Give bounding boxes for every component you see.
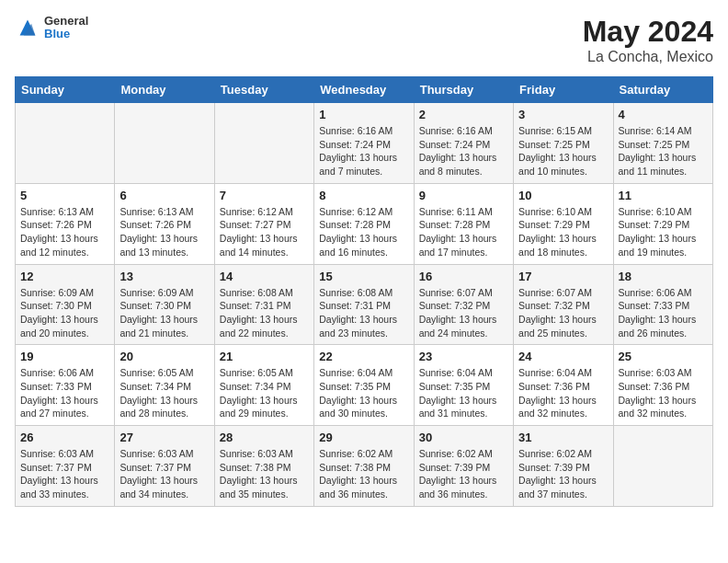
day-info: Sunrise: 6:09 AMSunset: 7:30 PMDaylight:… <box>20 286 109 340</box>
calendar-cell: 16Sunrise: 6:07 AMSunset: 7:32 PMDayligh… <box>414 264 513 345</box>
day-number: 19 <box>20 350 109 363</box>
calendar-cell: 15Sunrise: 6:08 AMSunset: 7:31 PMDayligh… <box>314 264 414 345</box>
calendar-cell: 27Sunrise: 6:03 AMSunset: 7:37 PMDayligh… <box>115 426 214 507</box>
day-info: Sunrise: 6:10 AMSunset: 7:29 PMDaylight:… <box>619 205 708 259</box>
day-number: 22 <box>319 350 408 363</box>
day-number: 25 <box>619 350 708 363</box>
calendar-cell: 23Sunrise: 6:04 AMSunset: 7:35 PMDayligh… <box>414 345 513 426</box>
calendar-cell: 13Sunrise: 6:09 AMSunset: 7:30 PMDayligh… <box>115 264 214 345</box>
calendar-cell: 18Sunrise: 6:06 AMSunset: 7:33 PMDayligh… <box>613 264 712 345</box>
weekday-header: Saturday <box>613 77 712 103</box>
calendar-cell: 22Sunrise: 6:04 AMSunset: 7:35 PMDayligh… <box>314 345 414 426</box>
calendar-cell: 26Sunrise: 6:03 AMSunset: 7:37 PMDayligh… <box>16 426 115 507</box>
day-number: 24 <box>518 350 608 363</box>
day-info: Sunrise: 6:05 AMSunset: 7:34 PMDaylight:… <box>220 366 309 420</box>
day-number: 26 <box>20 431 109 444</box>
day-number: 6 <box>119 189 209 202</box>
day-info: Sunrise: 6:02 AMSunset: 7:39 PMDaylight:… <box>419 447 508 501</box>
day-number: 31 <box>518 431 608 444</box>
calendar-cell: 14Sunrise: 6:08 AMSunset: 7:31 PMDayligh… <box>214 264 313 345</box>
calendar-cell: 10Sunrise: 6:10 AMSunset: 7:29 PMDayligh… <box>514 183 613 264</box>
calendar-cell <box>613 426 712 507</box>
calendar-cell: 11Sunrise: 6:10 AMSunset: 7:29 PMDayligh… <box>613 183 712 264</box>
day-number: 11 <box>619 189 708 202</box>
day-info: Sunrise: 6:16 AMSunset: 7:24 PMDaylight:… <box>419 124 508 178</box>
day-info: Sunrise: 6:06 AMSunset: 7:33 PMDaylight:… <box>20 366 109 420</box>
day-number: 3 <box>518 108 608 121</box>
day-number: 27 <box>119 431 209 444</box>
day-info: Sunrise: 6:04 AMSunset: 7:35 PMDaylight:… <box>319 366 408 420</box>
weekday-header: Friday <box>514 77 613 103</box>
title-block: May 2024 La Concha, Mexico <box>583 15 713 65</box>
calendar-cell: 19Sunrise: 6:06 AMSunset: 7:33 PMDayligh… <box>16 345 115 426</box>
day-info: Sunrise: 6:03 AMSunset: 7:36 PMDaylight:… <box>619 366 708 420</box>
day-info: Sunrise: 6:08 AMSunset: 7:31 PMDaylight:… <box>319 286 408 340</box>
day-info: Sunrise: 6:07 AMSunset: 7:32 PMDaylight:… <box>518 286 608 340</box>
day-info: Sunrise: 6:03 AMSunset: 7:37 PMDaylight:… <box>119 447 209 501</box>
weekday-header: Wednesday <box>314 77 414 103</box>
calendar-cell: 21Sunrise: 6:05 AMSunset: 7:34 PMDayligh… <box>214 345 313 426</box>
day-number: 17 <box>518 270 608 283</box>
calendar-cell: 1Sunrise: 6:16 AMSunset: 7:24 PMDaylight… <box>314 103 414 184</box>
day-number: 16 <box>419 270 508 283</box>
calendar-cell: 25Sunrise: 6:03 AMSunset: 7:36 PMDayligh… <box>613 345 712 426</box>
calendar-cell: 24Sunrise: 6:04 AMSunset: 7:36 PMDayligh… <box>514 345 613 426</box>
weekday-header: Thursday <box>414 77 513 103</box>
day-info: Sunrise: 6:12 AMSunset: 7:28 PMDaylight:… <box>319 205 408 259</box>
calendar-cell: 7Sunrise: 6:12 AMSunset: 7:27 PMDaylight… <box>214 183 313 264</box>
day-number: 28 <box>220 431 309 444</box>
day-info: Sunrise: 6:14 AMSunset: 7:25 PMDaylight:… <box>619 124 708 178</box>
calendar-cell: 8Sunrise: 6:12 AMSunset: 7:28 PMDaylight… <box>314 183 414 264</box>
calendar-cell <box>115 103 214 184</box>
day-number: 12 <box>20 270 109 283</box>
logo-text: General Blue <box>44 15 88 41</box>
calendar-header: SundayMondayTuesdayWednesdayThursdayFrid… <box>16 77 713 103</box>
calendar-cell: 9Sunrise: 6:11 AMSunset: 7:28 PMDaylight… <box>414 183 513 264</box>
day-number: 14 <box>220 270 309 283</box>
day-info: Sunrise: 6:06 AMSunset: 7:33 PMDaylight:… <box>619 286 708 340</box>
day-info: Sunrise: 6:05 AMSunset: 7:34 PMDaylight:… <box>119 366 209 420</box>
calendar-cell: 17Sunrise: 6:07 AMSunset: 7:32 PMDayligh… <box>514 264 613 345</box>
weekday-header: Sunday <box>16 77 115 103</box>
day-number: 15 <box>319 270 408 283</box>
logo-general: General <box>44 15 88 28</box>
day-number: 29 <box>319 431 408 444</box>
calendar-cell: 4Sunrise: 6:14 AMSunset: 7:25 PMDaylight… <box>613 103 712 184</box>
day-info: Sunrise: 6:08 AMSunset: 7:31 PMDaylight:… <box>220 286 309 340</box>
day-info: Sunrise: 6:13 AMSunset: 7:26 PMDaylight:… <box>20 205 109 259</box>
calendar-cell: 5Sunrise: 6:13 AMSunset: 7:26 PMDaylight… <box>16 183 115 264</box>
calendar-cell: 6Sunrise: 6:13 AMSunset: 7:26 PMDaylight… <box>115 183 214 264</box>
calendar-cell: 30Sunrise: 6:02 AMSunset: 7:39 PMDayligh… <box>414 426 513 507</box>
day-number: 7 <box>220 189 309 202</box>
calendar-cell: 20Sunrise: 6:05 AMSunset: 7:34 PMDayligh… <box>115 345 214 426</box>
day-info: Sunrise: 6:16 AMSunset: 7:24 PMDaylight:… <box>319 124 408 178</box>
day-info: Sunrise: 6:11 AMSunset: 7:28 PMDaylight:… <box>419 205 508 259</box>
calendar-subtitle: La Concha, Mexico <box>583 49 713 65</box>
logo-icon <box>15 15 40 40</box>
logo-blue: Blue <box>44 28 88 40</box>
day-info: Sunrise: 6:12 AMSunset: 7:27 PMDaylight:… <box>220 205 309 259</box>
day-number: 23 <box>419 350 508 363</box>
day-number: 2 <box>419 108 508 121</box>
calendar-table: SundayMondayTuesdayWednesdayThursdayFrid… <box>15 76 713 507</box>
calendar-cell: 31Sunrise: 6:02 AMSunset: 7:39 PMDayligh… <box>514 426 613 507</box>
weekday-header: Tuesday <box>214 77 313 103</box>
day-number: 30 <box>419 431 508 444</box>
day-number: 4 <box>619 108 708 121</box>
calendar-cell <box>16 103 115 184</box>
day-number: 20 <box>119 350 209 363</box>
day-number: 5 <box>20 189 109 202</box>
day-number: 18 <box>619 270 708 283</box>
day-number: 1 <box>319 108 408 121</box>
day-info: Sunrise: 6:09 AMSunset: 7:30 PMDaylight:… <box>119 286 209 340</box>
day-info: Sunrise: 6:03 AMSunset: 7:38 PMDaylight:… <box>220 447 309 501</box>
logo: General Blue <box>15 15 88 41</box>
day-info: Sunrise: 6:04 AMSunset: 7:35 PMDaylight:… <box>419 366 508 420</box>
weekday-header: Monday <box>115 77 214 103</box>
calendar-cell: 29Sunrise: 6:02 AMSunset: 7:38 PMDayligh… <box>314 426 414 507</box>
page-header: General Blue May 2024 La Concha, Mexico <box>15 15 713 65</box>
day-info: Sunrise: 6:10 AMSunset: 7:29 PMDaylight:… <box>518 205 608 259</box>
day-number: 9 <box>419 189 508 202</box>
day-info: Sunrise: 6:07 AMSunset: 7:32 PMDaylight:… <box>419 286 508 340</box>
day-number: 8 <box>319 189 408 202</box>
